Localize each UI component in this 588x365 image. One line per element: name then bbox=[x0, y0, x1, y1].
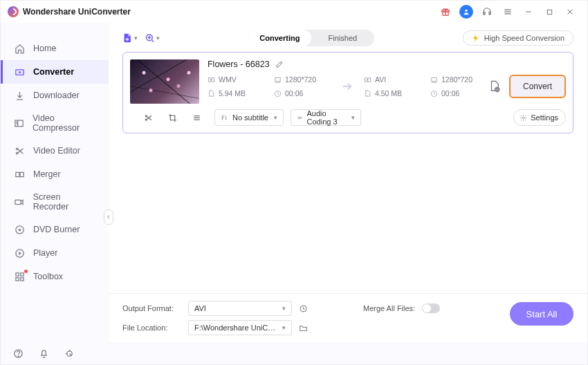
scissors-icon bbox=[14, 145, 25, 156]
audio-dropdown[interactable]: Audio Coding 3 ▾ bbox=[291, 109, 361, 126]
chevron-down-icon: ▾ bbox=[134, 35, 138, 41]
svg-rect-28 bbox=[20, 272, 23, 275]
sidebar-item-compressor[interactable]: Video Compressor bbox=[1, 107, 109, 139]
sidebar-item-label: Toolbox bbox=[33, 272, 63, 281]
sidebar-item-player[interactable]: Player bbox=[1, 241, 109, 265]
minimize-button[interactable] bbox=[521, 4, 536, 19]
sidebar-item-label: Merger bbox=[33, 169, 61, 179]
close-button[interactable] bbox=[562, 4, 578, 19]
sidebar-item-recorder[interactable]: Screen Recorder bbox=[1, 186, 109, 218]
gift-icon[interactable] bbox=[438, 4, 453, 19]
chevron-down-icon: ▾ bbox=[282, 324, 286, 331]
svg-point-23 bbox=[15, 225, 23, 233]
convert-button[interactable]: Convert bbox=[509, 75, 566, 98]
preset-settings-icon[interactable] bbox=[488, 80, 501, 93]
sidebar-item-dvd[interactable]: DVD Burner bbox=[1, 218, 109, 241]
play-icon bbox=[14, 247, 25, 259]
svg-rect-32 bbox=[125, 39, 129, 39]
toolbox-icon bbox=[14, 271, 25, 282]
svg-rect-29 bbox=[15, 277, 18, 280]
sidebar-item-label: Home bbox=[33, 44, 56, 53]
svg-point-65 bbox=[18, 355, 19, 356]
download-icon bbox=[14, 90, 25, 101]
sidebar-item-label: Video Compressor bbox=[33, 113, 98, 133]
maximize-button[interactable] bbox=[542, 4, 557, 19]
headset-icon[interactable] bbox=[479, 4, 495, 19]
svg-rect-5 bbox=[489, 12, 490, 15]
file-card: Flowers - 66823 WMV 1280*720 5.94 MB 00:… bbox=[122, 52, 573, 133]
collapse-sidebar-button[interactable] bbox=[104, 209, 113, 225]
sidebar-item-label: DVD Burner bbox=[33, 225, 80, 234]
sidebar-item-toolbox[interactable]: Toolbox bbox=[1, 265, 109, 288]
refresh-preset-icon[interactable] bbox=[299, 304, 308, 313]
add-url-button[interactable]: ▾ bbox=[145, 30, 160, 46]
subtitle-dropdown[interactable]: No subtitle ▾ bbox=[214, 109, 284, 126]
sidebar-item-label: Player bbox=[33, 248, 57, 258]
svg-line-34 bbox=[151, 40, 154, 42]
svg-rect-22 bbox=[15, 200, 21, 204]
file-location-label: File Location: bbox=[122, 324, 181, 332]
svg-rect-27 bbox=[15, 272, 18, 275]
home-icon bbox=[14, 43, 25, 54]
sidebar-item-editor[interactable]: Video Editor bbox=[1, 139, 109, 162]
trim-icon[interactable] bbox=[144, 113, 153, 122]
converter-icon bbox=[14, 66, 25, 77]
recorder-icon bbox=[14, 196, 25, 207]
target-format: AVI bbox=[375, 75, 386, 84]
rename-icon[interactable] bbox=[275, 60, 284, 68]
sidebar-item-label: Screen Recorder bbox=[33, 192, 98, 212]
sidebar-item-converter[interactable]: Converter bbox=[1, 60, 109, 84]
chevron-down-icon: ▾ bbox=[156, 35, 160, 41]
sidebar-item-downloader[interactable]: Downloader bbox=[1, 84, 109, 107]
subtitle-value: No subtitle bbox=[232, 113, 268, 122]
svg-rect-4 bbox=[484, 12, 485, 15]
merger-icon bbox=[14, 169, 25, 180]
source-size: 5.94 MB bbox=[219, 89, 246, 97]
svg-line-52 bbox=[147, 115, 151, 119]
settings-label: Settings bbox=[531, 113, 558, 122]
source-duration: 00:06 bbox=[285, 89, 303, 97]
high-speed-button[interactable]: High Speed Conversion bbox=[463, 30, 573, 46]
svg-point-50 bbox=[145, 119, 147, 120]
open-folder-icon[interactable] bbox=[299, 324, 308, 333]
convert-arrow-icon bbox=[332, 79, 364, 94]
svg-point-16 bbox=[16, 148, 18, 150]
svg-point-17 bbox=[16, 152, 18, 154]
app-logo bbox=[8, 6, 19, 17]
add-file-button[interactable]: ▾ bbox=[122, 30, 138, 46]
source-resolution: 1280*720 bbox=[285, 75, 316, 84]
output-format-value: AVI bbox=[194, 304, 206, 312]
target-size: 4.50 MB bbox=[375, 89, 402, 97]
settings-button[interactable]: Settings bbox=[513, 109, 566, 126]
tab-converting[interactable]: Converting bbox=[248, 30, 311, 46]
chevron-down-icon: ▾ bbox=[274, 114, 277, 121]
hamburger-menu-icon[interactable] bbox=[500, 4, 515, 19]
svg-marker-14 bbox=[19, 71, 21, 73]
svg-rect-30 bbox=[20, 277, 23, 280]
merge-toggle[interactable] bbox=[422, 303, 440, 313]
chevron-down-icon: ▾ bbox=[282, 305, 286, 312]
source-format: WMV bbox=[219, 75, 237, 84]
bell-icon[interactable] bbox=[39, 348, 49, 359]
app-title: Wondershare UniConverter bbox=[23, 7, 131, 17]
file-location-dropdown[interactable]: F:\Wondershare UniConverter ▾ bbox=[188, 320, 292, 335]
start-all-button[interactable]: Start All bbox=[510, 302, 573, 326]
sidebar-item-home[interactable]: Home bbox=[1, 37, 109, 60]
svg-rect-21 bbox=[20, 172, 24, 176]
sidebar: Home Converter Downloader Video Compress… bbox=[1, 23, 109, 342]
svg-rect-39 bbox=[275, 77, 280, 82]
feedback-icon[interactable] bbox=[64, 348, 75, 359]
video-thumbnail[interactable] bbox=[130, 59, 199, 104]
help-icon[interactable] bbox=[13, 348, 24, 359]
tab-finished[interactable]: Finished bbox=[311, 30, 374, 46]
svg-rect-44 bbox=[432, 77, 437, 82]
sidebar-item-merger[interactable]: Merger bbox=[1, 162, 109, 186]
crop-icon[interactable] bbox=[168, 113, 177, 122]
audio-value: Audio Coding 3 bbox=[307, 109, 347, 126]
sidebar-item-label: Converter bbox=[33, 67, 74, 77]
svg-point-62 bbox=[522, 117, 524, 119]
file-name: Flowers - 66823 bbox=[208, 59, 270, 69]
output-format-dropdown[interactable]: AVI ▾ bbox=[188, 301, 292, 316]
more-icon[interactable] bbox=[192, 113, 201, 122]
user-avatar[interactable] bbox=[459, 4, 474, 19]
